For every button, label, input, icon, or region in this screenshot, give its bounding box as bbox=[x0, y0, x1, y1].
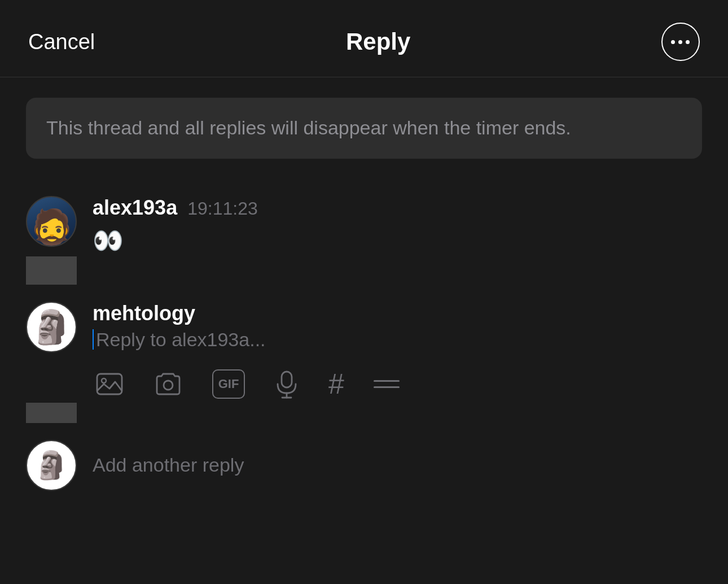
page-title: Reply bbox=[346, 28, 410, 55]
text-cursor bbox=[93, 329, 94, 350]
thread-line-col-bottom bbox=[26, 403, 77, 423]
reply-input-area: mehtology Reply to alex193a... bbox=[93, 302, 702, 400]
message-content: alex193a 19:11:23 👀 bbox=[93, 196, 702, 256]
alex-avatar-image: 🧔 bbox=[30, 207, 73, 247]
thread-line-col bbox=[26, 256, 77, 285]
message-body: 👀 bbox=[93, 224, 702, 256]
moai-small-icon: 🗿 bbox=[34, 450, 68, 481]
gif-button[interactable]: GIF bbox=[212, 369, 245, 399]
add-another-reply-row[interactable]: 🗿 Add another reply bbox=[26, 440, 702, 513]
avatar-mehtology[interactable]: 🗿 bbox=[26, 302, 77, 352]
screen: Cancel Reply This thread and all replies… bbox=[0, 0, 728, 584]
thread-line-bottom bbox=[26, 403, 77, 423]
message-meta: alex193a 19:11:23 bbox=[93, 196, 702, 220]
svg-point-1 bbox=[102, 378, 106, 383]
gif-label: GIF bbox=[218, 377, 239, 391]
timer-notice-banner: This thread and all replies will disappe… bbox=[26, 98, 702, 159]
hashtag-icon: # bbox=[328, 368, 344, 400]
menu-button[interactable] bbox=[374, 380, 400, 388]
message-timestamp: 19:11:23 bbox=[187, 198, 258, 219]
timer-notice-text: This thread and all replies will disappe… bbox=[46, 117, 571, 138]
thread-connector bbox=[26, 256, 702, 285]
image-button[interactable] bbox=[95, 369, 124, 399]
thread-connector-bottom bbox=[26, 403, 702, 423]
menu-line-1 bbox=[374, 380, 400, 382]
more-options-button[interactable] bbox=[661, 23, 700, 61]
thread-line bbox=[26, 256, 77, 285]
thread-container: 🧔 alex193a 19:11:23 👀 🗿 mehtolo bbox=[0, 164, 728, 513]
microphone-button[interactable] bbox=[274, 369, 299, 399]
message-username[interactable]: alex193a bbox=[93, 196, 177, 220]
header: Cancel Reply bbox=[0, 0, 728, 77]
svg-rect-3 bbox=[282, 372, 292, 387]
hashtag-button[interactable]: # bbox=[328, 368, 344, 400]
reply-placeholder-text: Reply to alex193a... bbox=[96, 329, 266, 351]
add-reply-avatar: 🗿 bbox=[26, 440, 77, 491]
add-reply-label[interactable]: Add another reply bbox=[93, 454, 244, 476]
avatar-alex193a[interactable]: 🧔 bbox=[26, 196, 77, 247]
reply-text-input[interactable]: Reply to alex193a... bbox=[93, 329, 702, 351]
message-row: 🧔 alex193a 19:11:23 👀 bbox=[26, 196, 702, 256]
reply-composer-row: 🗿 mehtology Reply to alex193a... bbox=[26, 302, 702, 400]
svg-rect-0 bbox=[97, 374, 122, 394]
compose-toolbar: GIF # bbox=[93, 368, 702, 400]
camera-button[interactable] bbox=[154, 369, 183, 399]
reply-composer-username: mehtology bbox=[93, 302, 702, 325]
menu-line-2 bbox=[374, 386, 400, 388]
ellipsis-icon bbox=[671, 40, 690, 44]
moai-icon: 🗿 bbox=[31, 308, 72, 346]
cancel-button[interactable]: Cancel bbox=[28, 30, 95, 54]
svg-point-2 bbox=[164, 381, 173, 390]
